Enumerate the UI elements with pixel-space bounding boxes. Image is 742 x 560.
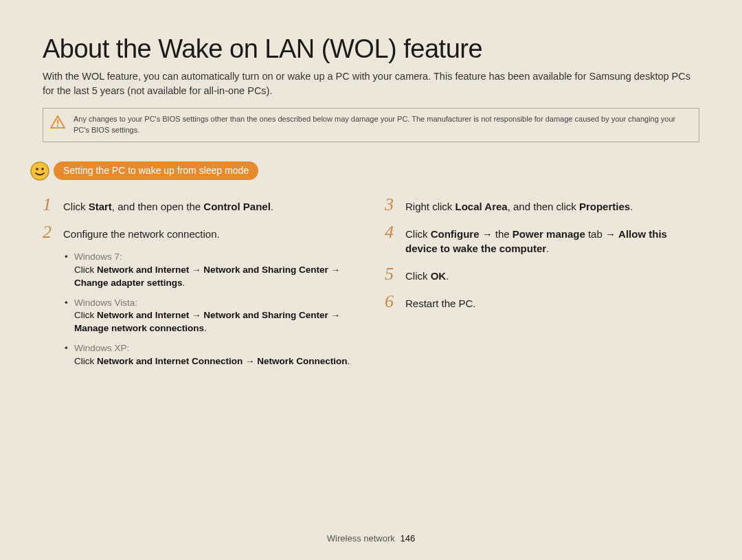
sub-detail: Click Network and Internet Connection → … bbox=[74, 355, 357, 368]
page-title: About the Wake on LAN (WOL) feature bbox=[43, 34, 699, 64]
right-column: 3 Right click Local Area, and then click… bbox=[385, 196, 699, 375]
step-text: Click Configure → the Power manage tab →… bbox=[405, 225, 699, 256]
step-number: 1 bbox=[43, 196, 56, 214]
step-6: 6 Restart the PC. bbox=[385, 293, 699, 311]
intro-text: With the WOL feature, you can automatica… bbox=[43, 69, 699, 98]
smiley-icon bbox=[30, 161, 49, 181]
sub-detail: Click Network and Internet → Network and… bbox=[74, 264, 357, 290]
footer-page-number: 146 bbox=[400, 533, 415, 544]
step-text: Click OK. bbox=[405, 267, 449, 283]
svg-point-1 bbox=[57, 125, 58, 126]
warning-text: Any changes to your PC's BIOS settings o… bbox=[74, 114, 690, 136]
warning-box: Any changes to your PC's BIOS settings o… bbox=[43, 108, 699, 142]
warning-icon bbox=[50, 115, 65, 129]
sub-item: Windows XP: Click Network and Internet C… bbox=[65, 342, 357, 368]
svg-point-4 bbox=[41, 168, 44, 170]
svg-point-3 bbox=[36, 168, 38, 170]
step-2-sublist: Windows 7: Click Network and Internet → … bbox=[65, 251, 357, 368]
step-2: 2 Configure the network connection. bbox=[43, 223, 357, 241]
step-3: 3 Right click Local Area, and then click… bbox=[385, 196, 699, 214]
step-number: 6 bbox=[385, 293, 398, 311]
left-column: 1 Click Start, and then open the Control… bbox=[43, 196, 357, 375]
os-label: Windows 7: bbox=[74, 251, 122, 262]
step-number: 2 bbox=[43, 223, 56, 241]
step-text: Click Start, and then open the Control P… bbox=[63, 198, 273, 214]
step-text: Configure the network connection. bbox=[63, 225, 220, 241]
footer-section: Wireless network bbox=[327, 533, 395, 544]
step-text: Right click Local Area, and then click P… bbox=[405, 198, 633, 214]
svg-point-2 bbox=[31, 162, 49, 180]
sub-item: Windows Vista: Click Network and Interne… bbox=[65, 297, 357, 336]
page-footer: Wireless network 146 bbox=[0, 533, 742, 544]
step-number: 5 bbox=[385, 265, 398, 283]
os-label: Windows Vista: bbox=[74, 298, 137, 308]
step-number: 4 bbox=[385, 223, 398, 241]
step-number: 3 bbox=[385, 196, 398, 214]
step-5: 5 Click OK. bbox=[385, 265, 699, 283]
os-label: Windows XP: bbox=[74, 343, 129, 353]
sub-detail: Click Network and Internet → Network and… bbox=[74, 309, 357, 335]
step-1: 1 Click Start, and then open the Control… bbox=[43, 196, 357, 214]
step-text: Restart the PC. bbox=[405, 295, 476, 311]
step-4: 4 Click Configure → the Power manage tab… bbox=[385, 223, 699, 256]
section-header: Setting the PC to wake up from sleep mod… bbox=[30, 161, 699, 181]
section-heading: Setting the PC to wake up from sleep mod… bbox=[54, 161, 258, 180]
sub-item: Windows 7: Click Network and Internet → … bbox=[65, 251, 357, 290]
